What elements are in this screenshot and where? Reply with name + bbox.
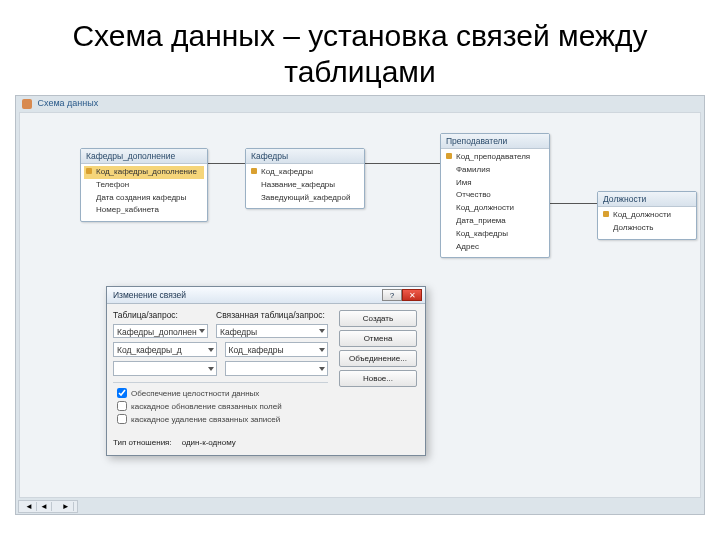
chk-cascade-update-input[interactable] — [117, 401, 127, 411]
field[interactable]: Фамилия — [444, 164, 546, 177]
pager-next-icon[interactable]: ► — [59, 502, 74, 511]
table-title: Должности — [598, 192, 696, 207]
edit-relationships-dialog: Изменение связей ? ✕ Таблица/запрос: Свя… — [106, 286, 426, 456]
relationships-icon — [22, 99, 32, 109]
field[interactable]: Отчество — [444, 189, 546, 202]
table-box[interactable]: Должности Код_должности Должность — [597, 191, 697, 240]
pager-prev-icon[interactable]: ◄ — [37, 502, 52, 511]
map-left-field[interactable]: Код_кафедры_д — [113, 342, 217, 357]
table-title: Преподаватели — [441, 134, 549, 149]
record-pager[interactable]: ◄ ◄ ► — [18, 500, 78, 513]
table-title: Кафедры — [246, 149, 364, 164]
field[interactable]: Адрес — [444, 241, 546, 254]
help-button[interactable]: ? — [382, 289, 402, 301]
field-pk[interactable]: Код_кафедры — [249, 166, 361, 179]
map-right-field[interactable]: Код_кафедры — [225, 342, 329, 357]
field[interactable]: Номер_кабинета — [84, 204, 204, 217]
create-button[interactable]: Создать — [339, 310, 417, 327]
field[interactable]: Заведующий_кафедрой — [249, 192, 361, 205]
cancel-button[interactable]: Отмена — [339, 330, 417, 347]
dialog-titlebar[interactable]: Изменение связей ? ✕ — [107, 287, 425, 304]
relationship-type: Тип отношения: один-к-одному — [113, 438, 328, 447]
pager-first-icon[interactable]: ◄ — [22, 502, 37, 511]
slide-title: Схема данных – установка связей между та… — [0, 0, 720, 98]
rel-type-value: один-к-одному — [182, 438, 236, 447]
field[interactable]: Код_должности — [444, 202, 546, 215]
chk-cascade-delete-label: каскадное удаление связанных записей — [131, 415, 280, 424]
chk-cascade-update-label: каскадное обновление связанных полей — [131, 402, 282, 411]
table-title: Кафедры_дополнение — [81, 149, 207, 164]
map-empty[interactable]: . — [225, 361, 329, 376]
close-button[interactable]: ✕ — [402, 289, 422, 301]
field-pk[interactable]: Код_преподавателя — [444, 151, 546, 164]
chk-cascade-update[interactable]: каскадное обновление связанных полей — [117, 401, 324, 411]
workspace-title: Схема данных — [22, 98, 98, 109]
field[interactable]: Дата_приема — [444, 215, 546, 228]
relation-line — [360, 163, 440, 164]
field-pk[interactable]: Код_кафедры_дополнение — [84, 166, 204, 179]
table-box[interactable]: Кафедры Код_кафедры Название_кафедры Зав… — [245, 148, 365, 209]
dialog-title-text: Изменение связей — [113, 290, 186, 300]
label-related: Связанная таблица/запрос: — [216, 310, 328, 320]
chk-integrity-label: Обеспечение целостности данных — [131, 389, 259, 398]
field[interactable]: Код_кафедры — [444, 228, 546, 241]
join-button[interactable]: Объединение... — [339, 350, 417, 367]
new-button[interactable]: Новое... — [339, 370, 417, 387]
relationships-workspace: Схема данных Кафедры_дополнение Код_кафе… — [15, 95, 705, 515]
field[interactable]: Имя — [444, 177, 546, 190]
left-table-combo[interactable]: Кафедры_дополнен — [113, 324, 208, 338]
chk-cascade-delete-input[interactable] — [117, 414, 127, 424]
table-box[interactable]: Кафедры_дополнение Код_кафедры_дополнени… — [80, 148, 208, 222]
field-pk[interactable]: Код_должности — [601, 209, 693, 222]
chk-integrity-input[interactable] — [117, 388, 127, 398]
chk-cascade-delete[interactable]: каскадное удаление связанных записей — [117, 414, 324, 424]
chk-integrity[interactable]: Обеспечение целостности данных — [117, 388, 324, 398]
field[interactable]: Название_кафедры — [249, 179, 361, 192]
table-box[interactable]: Преподаватели Код_преподавателя Фамилия … — [440, 133, 550, 258]
integrity-group: Обеспечение целостности данных каскадное… — [113, 382, 328, 432]
label-table-query: Таблица/запрос: — [113, 310, 208, 320]
rel-type-label: Тип отношения: — [113, 438, 172, 447]
field[interactable]: Телефон — [84, 179, 204, 192]
workspace-title-text: Схема данных — [38, 98, 99, 108]
field[interactable]: Должность — [601, 222, 693, 235]
right-table-combo[interactable]: Кафедры — [216, 324, 328, 338]
map-empty[interactable]: . — [113, 361, 217, 376]
field[interactable]: Дата создания кафедры — [84, 192, 204, 205]
